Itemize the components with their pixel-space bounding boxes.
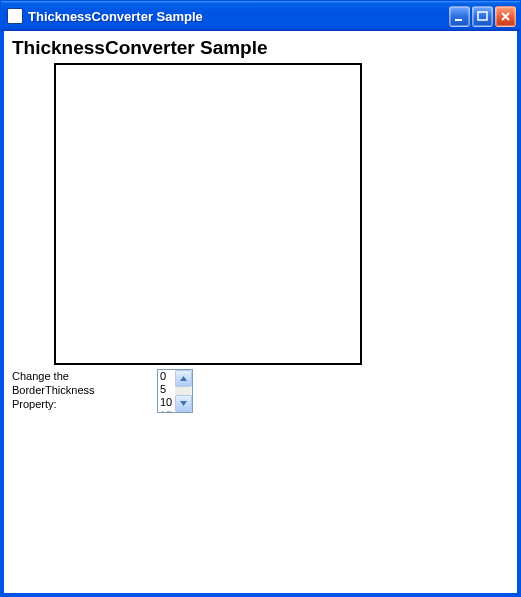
listbox-scrollbar	[175, 370, 192, 412]
thickness-label: Change the BorderThickness Property:	[12, 369, 97, 411]
svg-rect-1	[478, 12, 487, 20]
minimize-button[interactable]	[449, 6, 470, 27]
client-area: ThicknessConverter Sample Change the Bor…	[1, 31, 520, 596]
maximize-icon	[477, 11, 488, 22]
thickness-label-line1: Change the	[12, 369, 97, 383]
svg-marker-4	[180, 376, 187, 381]
scroll-down-button[interactable]	[175, 395, 192, 412]
thickness-listbox[interactable]: 0 5 10 15	[157, 369, 193, 413]
app-icon	[7, 8, 23, 24]
close-icon	[500, 11, 511, 22]
chevron-down-icon	[180, 401, 187, 406]
maximize-button[interactable]	[472, 6, 493, 27]
app-window: ThicknessConverter Sample ThicknessConve…	[0, 0, 521, 597]
content-panel: ThicknessConverter Sample Change the Bor…	[4, 31, 517, 419]
svg-marker-5	[180, 401, 187, 406]
scroll-up-button[interactable]	[175, 370, 192, 387]
bordered-box	[54, 63, 362, 365]
svg-rect-0	[455, 19, 462, 21]
window-title: ThicknessConverter Sample	[28, 9, 449, 24]
thickness-label-line3: Property:	[12, 397, 97, 411]
window-control-buttons	[449, 6, 516, 27]
titlebar: ThicknessConverter Sample	[1, 1, 520, 31]
controls-row: Change the BorderThickness Property: 0 5…	[12, 369, 509, 413]
thickness-label-line2: BorderThickness	[12, 383, 97, 397]
chevron-up-icon	[180, 376, 187, 381]
page-heading: ThicknessConverter Sample	[12, 37, 509, 59]
minimize-icon	[454, 11, 465, 22]
close-button[interactable]	[495, 6, 516, 27]
